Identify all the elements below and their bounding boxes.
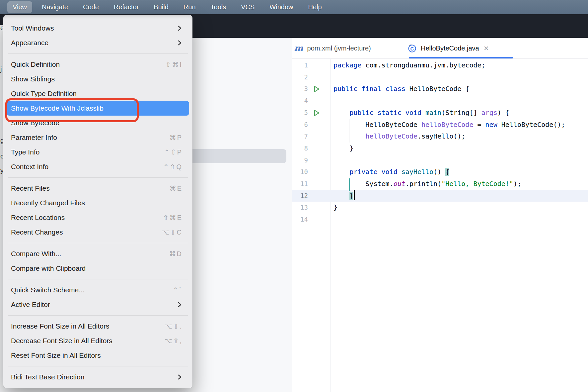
menu-item-recent-changes[interactable]: Recent Changes⌥⇧C [7, 225, 189, 240]
menu-item-recent-locations[interactable]: Recent Locations⇧⌘E [7, 210, 189, 225]
menu-item-shortcut: ⌥⇧, [165, 337, 183, 345]
run-gutter-icon[interactable] [313, 85, 321, 93]
menu-item-label: Recently Changed Files [11, 199, 85, 207]
menu-item-label: Active Editor [11, 301, 50, 309]
line-number: 6 [292, 119, 308, 131]
svg-text:C: C [410, 46, 414, 51]
code-text: public final class HelloByteCode { [333, 83, 469, 95]
menu-item-label: Decrease Font Size in All Editors [11, 337, 112, 345]
code-line-9[interactable]: 9 [292, 154, 588, 166]
menu-item-tool-windows[interactable]: Tool Windows [7, 21, 189, 36]
line-number: 2 [292, 71, 308, 83]
menu-item-label: Type Info [11, 148, 39, 156]
menubar-item-window[interactable]: Window [264, 1, 298, 13]
menubar: ViewNavigateCodeRefactorBuildRunToolsVCS… [0, 0, 588, 14]
menubar-item-build[interactable]: Build [148, 1, 174, 13]
menu-item-quick-type-definition[interactable]: Quick Type Definition [7, 86, 189, 101]
menu-item-context-info[interactable]: Context Info⌃⇧Q [7, 159, 189, 174]
menubar-item-refactor[interactable]: Refactor [109, 1, 144, 13]
line-number: 9 [292, 154, 308, 166]
menu-item-quick-definition[interactable]: Quick Definition⇧⌘I [7, 57, 189, 72]
ide-window: ejgcy m pom.xml (jvm-lecture) C HelloByt… [0, 0, 588, 392]
menubar-item-navigate[interactable]: Navigate [37, 1, 73, 13]
menu-item-label: Quick Definition [11, 60, 60, 68]
menu-item-bidi-text-base-direction[interactable]: Bidi Text Base Direction [7, 370, 189, 384]
menu-item-shortcut: ⌥⇧. [165, 322, 183, 330]
menu-item-shortcut: ⌥⇧C [162, 228, 183, 236]
menubar-item-help[interactable]: Help [303, 1, 327, 13]
menu-item-label: Recent Locations [11, 214, 65, 222]
code-line-1[interactable]: 1package com.strongduanmu.jvm.bytecode; [292, 59, 588, 71]
menu-item-label: Appearance [11, 39, 48, 47]
menu-item-parameter-info[interactable]: Parameter Info⌘P [7, 130, 189, 145]
line-number: 1 [292, 59, 308, 71]
menu-item-label: Quick Type Definition [11, 90, 77, 98]
code-line-4[interactable]: 4 [292, 95, 588, 107]
menu-item-label: Quick Switch Scheme... [11, 286, 85, 294]
menu-item-reset-font-size-in-all-editors[interactable]: Reset Font Size in All Editors [7, 348, 189, 363]
code-text: public static void main(String[] args) { [333, 107, 509, 119]
menu-separator [8, 279, 188, 279]
menu-item-recent-files[interactable]: Recent Files⌘E [7, 181, 189, 196]
menu-item-label: Compare with Clipboard [11, 264, 86, 272]
menu-item-label: Tool Windows [11, 24, 54, 32]
view-menu-dropdown: Tool WindowsAppearanceQuick Definition⇧⌘… [3, 15, 192, 388]
maven-icon: m [294, 43, 303, 53]
line-number: 3 [292, 83, 308, 95]
menu-item-show-bytecode-with-jclasslib[interactable]: Show Bytecode With Jclasslib [7, 101, 189, 116]
code-line-7[interactable]: 7 helloByteCode.sayHello(); [292, 131, 588, 143]
menu-item-shortcut: ⌃` [173, 286, 183, 294]
menu-item-increase-font-size-in-all-editors[interactable]: Increase Font Size in All Editors⌥⇧. [7, 319, 189, 334]
menubar-item-vcs[interactable]: VCS [236, 1, 260, 13]
line-number: 12 [292, 190, 308, 202]
menu-item-label: Reset Font Size in All Editors [11, 351, 101, 359]
line-number: 8 [292, 143, 308, 154]
tab-strip-border [292, 58, 588, 59]
project-selected-row [184, 149, 286, 163]
code-line-13[interactable]: 13} [292, 202, 588, 214]
code-text: private void sayHello() { [333, 166, 449, 178]
menubar-item-view[interactable]: View [7, 1, 32, 13]
menu-separator [8, 53, 188, 54]
menubar-item-code[interactable]: Code [78, 1, 104, 13]
line-number: 11 [292, 178, 308, 190]
code-line-12[interactable]: 12 } [292, 190, 588, 202]
code-line-14[interactable]: 14 [292, 214, 588, 226]
code-line-6[interactable]: 6 HelloByteCode helloByteCode = new Hell… [292, 119, 588, 131]
code-line-2[interactable]: 2 [292, 71, 588, 83]
menu-separator [8, 177, 188, 178]
line-number: 13 [292, 202, 308, 214]
menu-item-type-info[interactable]: Type Info⌃⇧P [7, 145, 189, 159]
tab-label: pom.xml (jvm-lecture) [307, 45, 371, 52]
menu-item-show-siblings[interactable]: Show Siblings [7, 72, 189, 86]
menubar-item-tools[interactable]: Tools [205, 1, 232, 13]
submenu-chevron-icon [177, 25, 183, 32]
code-line-11[interactable]: 11 System.out.println("Hello, ByteCode!"… [292, 178, 588, 190]
code-line-8[interactable]: 8 } [292, 143, 588, 154]
menu-item-label: Compare With... [11, 250, 61, 258]
menu-item-appearance[interactable]: Appearance [7, 36, 189, 50]
menu-item-compare-with-clipboard[interactable]: Compare with Clipboard [7, 261, 189, 276]
submenu-chevron-icon [177, 301, 183, 308]
code-line-3[interactable]: 3public final class HelloByteCode { [292, 83, 588, 95]
line-number: 5 [292, 107, 308, 119]
menu-item-decrease-font-size-in-all-editors[interactable]: Decrease Font Size in All Editors⌥⇧, [7, 334, 189, 348]
run-gutter-icon[interactable] [313, 109, 321, 117]
menu-separator [8, 366, 188, 366]
tab-hellobytecode-java[interactable]: C HelloByteCode.java × [407, 38, 516, 58]
menu-item-quick-switch-scheme[interactable]: Quick Switch Scheme...⌃` [7, 283, 189, 297]
code-line-5[interactable]: 5 public static void main(String[] args)… [292, 107, 588, 119]
menu-item-active-editor[interactable]: Active Editor [7, 297, 189, 312]
menu-item-shortcut: ⇧⌘I [166, 60, 183, 68]
code-text: helloByteCode.sayHello(); [333, 131, 465, 143]
menu-item-recently-changed-files[interactable]: Recently Changed Files [7, 196, 189, 210]
menu-item-show-bytecode[interactable]: Show Bytecode [7, 116, 189, 130]
code-line-10[interactable]: 10 private void sayHello() { [292, 166, 588, 178]
close-tab-icon[interactable]: × [484, 45, 489, 51]
line-number: 14 [292, 214, 308, 226]
menu-item-compare-with[interactable]: Compare With...⌘D [7, 246, 189, 261]
menu-item-label: Show Bytecode [11, 119, 59, 127]
submenu-chevron-icon [177, 373, 183, 381]
tab-pom-xml[interactable]: m pom.xml (jvm-lecture) [294, 38, 400, 58]
menubar-item-run[interactable]: Run [178, 1, 201, 13]
